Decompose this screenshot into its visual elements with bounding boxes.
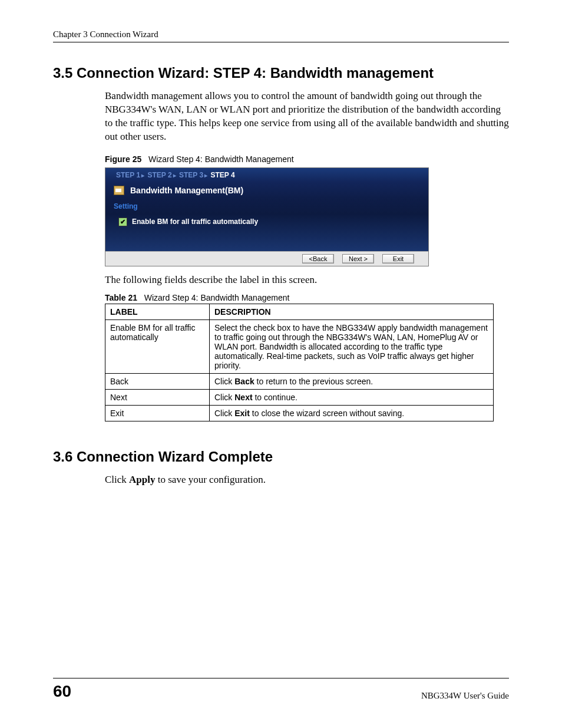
wizard-section-setting: Setting [105, 199, 428, 214]
step-3: STEP 3 [179, 171, 203, 179]
cell-desc: Select the check box to have the NBG334W… [210, 319, 494, 373]
cell-label: Enable BM for all traffic automatically [105, 319, 210, 373]
bandwidth-icon [114, 186, 124, 195]
back-button[interactable]: <Back [302, 254, 334, 263]
next-button[interactable]: Next > [342, 254, 374, 263]
chevron-right-icon: ▸ [173, 172, 176, 179]
cell-desc: Click Exit to close the wizard screen wi… [210, 405, 494, 421]
step-4-active: STEP 4 [210, 171, 234, 179]
cell-label: Back [105, 373, 210, 389]
enable-bm-checkbox[interactable]: ✔ [118, 218, 127, 226]
heading-3-6: 3.6 Connection Wizard Complete [53, 449, 509, 465]
th-label: LABEL [105, 304, 210, 319]
table-row: Exit Click Exit to close the wizard scre… [105, 405, 494, 421]
cell-label: Next [105, 389, 210, 405]
cell-desc: Click Back to return to the previous scr… [210, 373, 494, 389]
exit-button[interactable]: Exit [382, 254, 414, 263]
wizard-footer: <Back Next > Exit [105, 251, 428, 266]
table-head-row: LABEL DESCRIPTION [105, 304, 494, 319]
heading-3-5: 3.5 Connection Wizard: STEP 4: Bandwidth… [53, 65, 509, 81]
wizard-body: ✔ Enable BM for all traffic automaticall… [105, 214, 428, 251]
desc-table: LABEL DESCRIPTION Enable BM for all traf… [105, 304, 494, 421]
cell-desc: Click Next to continue. [210, 389, 494, 405]
wizard-title-row: Bandwidth Management(BM) [105, 182, 428, 199]
step-2: STEP 2 [147, 171, 171, 179]
para-after-figure: The following fields describe the label … [105, 274, 509, 287]
running-head: Chapter 3 Connection Wizard [53, 29, 509, 42]
table-row: Next Click Next to continue. [105, 389, 494, 405]
table-row: Enable BM for all traffic automatically … [105, 319, 494, 373]
guide-name: NBG334W User's Guide [421, 691, 509, 701]
figure-title: Wizard Step 4: Bandwidth Management [148, 154, 294, 164]
step-1: STEP 1 [116, 171, 140, 179]
chevron-right-icon: ▸ [141, 172, 144, 179]
para-3-6: Click Apply to save your configuration. [105, 473, 509, 487]
para-3-5: Bandwidth management allows you to contr… [105, 90, 509, 144]
page: Chapter 3 Connection Wizard 3.5 Connecti… [0, 0, 562, 728]
table-row: Back Click Back to return to the previou… [105, 373, 494, 389]
cell-label: Exit [105, 405, 210, 421]
wizard-title: Bandwidth Management(BM) [130, 186, 243, 195]
table-title: Wizard Step 4: Bandwidth Management [144, 293, 290, 302]
figure-25-caption: Figure 25 Wizard Step 4: Bandwidth Manag… [105, 154, 509, 164]
table-label: Table 21 [105, 293, 137, 302]
wizard-figure: STEP 1▸ STEP 2▸ STEP 3▸ STEP 4 Bandwidth… [105, 167, 429, 266]
page-footer: 60 NBG334W User's Guide [53, 678, 509, 701]
enable-bm-label: Enable BM for all traffic automatically [132, 218, 258, 226]
th-desc: DESCRIPTION [210, 304, 494, 319]
table-21-caption: Table 21 Wizard Step 4: Bandwidth Manage… [105, 293, 509, 302]
wizard-step-bar: STEP 1▸ STEP 2▸ STEP 3▸ STEP 4 [105, 168, 428, 182]
chevron-right-icon: ▸ [204, 172, 207, 179]
page-number: 60 [53, 682, 71, 701]
figure-label: Figure 25 [105, 154, 141, 164]
